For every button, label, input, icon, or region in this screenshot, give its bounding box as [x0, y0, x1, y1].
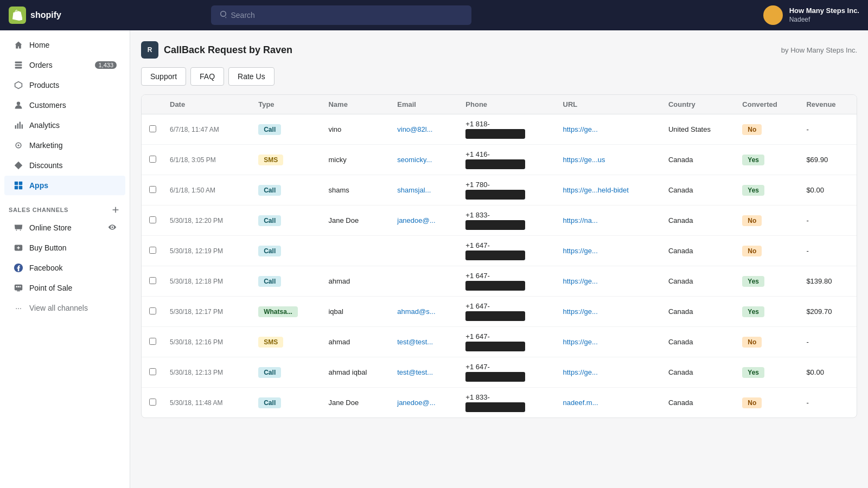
rate-us-button[interactable]: Rate Us [228, 67, 275, 86]
row-type: Call [252, 206, 322, 236]
svg-rect-16 [16, 286, 18, 287]
row-converted: No [736, 388, 800, 418]
col-checkbox [142, 95, 163, 114]
search-container [211, 5, 471, 25]
row-email[interactable]: ahmad@s... [391, 297, 459, 327]
facebook-icon [13, 262, 24, 273]
row-email[interactable]: seomicky... [391, 145, 459, 175]
row-checkbox[interactable] [142, 114, 163, 145]
row-email[interactable] [391, 236, 459, 266]
eye-icon[interactable] [108, 223, 117, 233]
row-country: Canada [662, 388, 736, 418]
sidebar-item-orders-label: Orders [29, 61, 53, 69]
brand-logo[interactable]: shopify [9, 7, 61, 24]
row-name: ahmad [322, 327, 391, 357]
faq-button[interactable]: FAQ [190, 67, 224, 86]
row-converted: Yes [736, 175, 800, 206]
row-checkbox[interactable] [142, 206, 163, 236]
row-email[interactable]: janedoe@... [391, 206, 459, 236]
sidebar-item-home[interactable]: Home [4, 35, 125, 55]
row-email[interactable]: vino@82l... [391, 114, 459, 145]
table-row: 5/30/18, 12:19 PM Call +1 647- █████████… [142, 236, 857, 266]
user-info: How Many Steps Inc. Nadeef [789, 7, 859, 24]
row-converted: Yes [736, 297, 800, 327]
row-checkbox[interactable] [142, 266, 163, 297]
table-row: 5/30/18, 12:20 PM Call Jane Doe janedoe@… [142, 206, 857, 236]
row-date: 5/30/18, 12:19 PM [163, 236, 252, 266]
row-converted: No [736, 327, 800, 357]
sales-channels-section: SALES CHANNELS [0, 196, 130, 217]
row-checkbox[interactable] [142, 357, 163, 388]
sidebar-item-facebook[interactable]: Facebook [4, 258, 125, 278]
row-checkbox[interactable] [142, 388, 163, 418]
orders-badge: 1,433 [95, 61, 117, 69]
sidebar-item-orders[interactable]: Orders 1,433 [4, 55, 125, 75]
sidebar: Home Orders 1,433 Products Customers A [0, 30, 130, 488]
row-revenue: $0.00 [800, 175, 857, 206]
add-channel-button[interactable] [110, 204, 121, 215]
sidebar-item-apps[interactable]: Apps [4, 176, 125, 195]
avatar [763, 5, 783, 25]
row-phone: +1 818- ████████████ [459, 114, 556, 145]
svg-rect-6 [20, 122, 21, 129]
row-type: Call [252, 175, 322, 206]
sidebar-item-discounts[interactable]: Discounts [4, 156, 125, 175]
row-url[interactable]: https://ge... [557, 327, 662, 357]
row-url[interactable]: https://ge... [557, 114, 662, 145]
sidebar-item-customers[interactable]: Customers [4, 95, 125, 115]
svg-rect-10 [19, 182, 22, 185]
svg-rect-17 [18, 286, 20, 287]
row-checkbox[interactable] [142, 297, 163, 327]
row-email[interactable]: test@test... [391, 327, 459, 357]
row-url[interactable]: https://na... [557, 206, 662, 236]
sidebar-item-products-label: Products [29, 81, 59, 89]
sidebar-item-analytics[interactable]: Analytics [4, 115, 125, 135]
row-country: Canada [662, 236, 736, 266]
table-row: 5/30/18, 12:17 PM Whatsa... iqbal ahmad@… [142, 297, 857, 327]
row-revenue: - [800, 206, 857, 236]
row-email[interactable]: shamsjal... [391, 175, 459, 206]
row-url[interactable]: nadeef.m... [557, 388, 662, 418]
sidebar-item-products[interactable]: Products [4, 75, 125, 95]
online-store-label: Online Store [29, 223, 72, 232]
app-title-wrap: R CallBack Request by Raven [141, 41, 292, 59]
row-phone: +1 833- ████████████ [459, 388, 556, 418]
sidebar-item-marketing-label: Marketing [29, 141, 62, 150]
support-button[interactable]: Support [141, 67, 186, 86]
sidebar-item-analytics-label: Analytics [29, 121, 60, 130]
row-checkbox[interactable] [142, 236, 163, 266]
sidebar-item-online-store[interactable]: Online Store [4, 218, 125, 237]
search-input[interactable] [231, 11, 465, 20]
sidebar-item-buy-button[interactable]: Buy Button [4, 238, 125, 258]
point-of-sale-icon [13, 282, 24, 293]
row-url[interactable]: https://ge...held-bidet [557, 175, 662, 206]
row-revenue: $0.00 [800, 357, 857, 388]
row-checkbox[interactable] [142, 175, 163, 206]
row-email[interactable]: test@test... [391, 357, 459, 388]
row-email[interactable]: janedoe@... [391, 388, 459, 418]
row-name: Jane Doe [322, 206, 391, 236]
row-revenue: - [800, 114, 857, 145]
row-checkbox[interactable] [142, 145, 163, 175]
row-url[interactable]: https://ge... [557, 266, 662, 297]
sidebar-item-point-of-sale[interactable]: Point of Sale [4, 278, 125, 298]
home-icon [13, 40, 24, 50]
row-checkbox[interactable] [142, 327, 163, 357]
col-phone: Phone [459, 95, 556, 114]
row-url[interactable]: https://ge... [557, 357, 662, 388]
row-type: SMS [252, 145, 322, 175]
row-phone: +1 647- ████████████ [459, 297, 556, 327]
row-url[interactable]: https://ge... [557, 236, 662, 266]
view-all-channels[interactable]: ··· View all channels [4, 298, 125, 318]
row-email[interactable] [391, 266, 459, 297]
row-url[interactable]: https://ge... [557, 297, 662, 327]
callback-table: Date Type Name Email Phone URL Country C… [141, 94, 857, 418]
sidebar-item-marketing[interactable]: Marketing [4, 136, 125, 155]
sidebar-item-apps-label: Apps [29, 181, 48, 190]
row-url[interactable]: https://ge...us [557, 145, 662, 175]
topbar-right: How Many Steps Inc. Nadeef [763, 5, 859, 25]
app-by: by How Many Steps Inc. [781, 46, 857, 54]
row-country: Canada [662, 327, 736, 357]
row-name: shams [322, 175, 391, 206]
svg-rect-1 [15, 64, 22, 66]
